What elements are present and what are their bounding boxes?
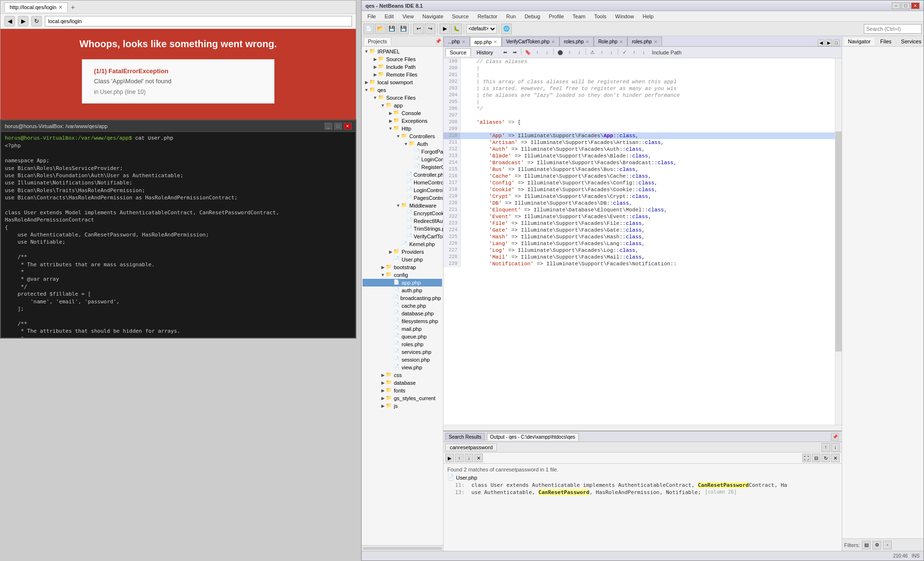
next-breakpoint-icon[interactable]: ↓ [575, 48, 584, 57]
close-icon[interactable]: ✕ [654, 39, 658, 44]
expander-icon[interactable]: ▶ [380, 403, 386, 409]
menu-view[interactable]: View [399, 13, 418, 20]
expander-icon[interactable]: ▼ [364, 87, 369, 93]
menu-source[interactable]: Source [448, 13, 473, 20]
browser-tab-close-icon[interactable]: ✕ [58, 4, 63, 11]
tree-database-folder[interactable]: ▶ 📁 database [363, 379, 442, 387]
tab-source[interactable]: Source [445, 48, 471, 56]
expander-icon[interactable]: ▶ [372, 64, 378, 70]
tree-verifycarf[interactable]: ▶ 📄 VerifyCarfToken.... [363, 233, 442, 240]
expander-icon[interactable]: ▼ [380, 103, 386, 108]
search-expand-icon[interactable]: ⛶ [802, 454, 811, 462]
tree-kernel[interactable]: ▶ 📄 Kernel.php [363, 240, 442, 248]
filter-btn-2[interactable]: ⚙ [872, 541, 881, 549]
toggle-breakpoint-icon[interactable]: ⬤ [556, 48, 564, 57]
expander-icon[interactable]: ▶ [380, 388, 386, 393]
tree-css[interactable]: ▶ 📁 css [363, 371, 442, 379]
new-project-button[interactable]: 📄 [364, 24, 374, 34]
terminal-close-button[interactable]: ✕ [344, 123, 351, 130]
search-up-icon[interactable]: ↑ [821, 443, 830, 452]
tree-qes[interactable]: ▼ 📁 qes [363, 86, 442, 94]
toggle-error-icon[interactable]: ⚠ [588, 48, 597, 57]
tree-middleware[interactable]: ▼ 📁 Middleware [363, 202, 442, 209]
fwd-nav-icon[interactable]: ➡ [510, 48, 519, 57]
toggle-bookmark-icon[interactable]: 🔖 [523, 48, 532, 57]
back-nav-icon[interactable]: ⬅ [501, 48, 509, 57]
tab-app-php[interactable]: app.php ✕ [470, 37, 502, 47]
prev-task-icon[interactable]: ↑ [630, 48, 638, 57]
tab-roles-php-1[interactable]: roles.php ✕ [560, 37, 594, 46]
tree-exceptions[interactable]: ▶ 📁 Exceptions [363, 117, 442, 125]
tree-registercontr[interactable]: ▶ 📄 RegisterContr... [363, 163, 442, 171]
browser-button[interactable]: 🌐 [501, 24, 512, 34]
menu-help[interactable]: Help [639, 13, 658, 20]
terminal-content[interactable]: horus@horus-VirtualBox:/var/www/qes/app$… [1, 132, 355, 338]
tab-roles-php-2[interactable]: roles.php ✕ [627, 37, 662, 46]
next-task-icon[interactable]: ↓ [639, 48, 648, 57]
expander-icon[interactable]: ▶ [372, 72, 378, 78]
ide-restore-button[interactable]: □ [901, 2, 910, 9]
menu-debug[interactable]: Debug [521, 13, 544, 20]
expander-icon[interactable]: ▼ [388, 126, 393, 131]
close-icon[interactable]: ✕ [494, 39, 497, 44]
menu-file[interactable]: File [364, 13, 380, 20]
new-tab-button[interactable]: + [71, 3, 75, 11]
prev-bookmark-icon[interactable]: ↑ [533, 48, 542, 57]
menu-navigate[interactable]: Navigate [418, 13, 447, 20]
expander-icon[interactable]: ▼ [395, 203, 401, 209]
menu-profile[interactable]: Profile [545, 13, 568, 20]
tree-roles-php[interactable]: ▶ 📄 roles.php [363, 340, 442, 348]
search-tool-1[interactable]: ▶ [445, 454, 454, 462]
editor-vscrollbar[interactable] [835, 58, 842, 425]
close-icon[interactable]: ✕ [586, 39, 589, 44]
ide-search-input[interactable] [864, 24, 922, 34]
tab-verifycarftoken[interactable]: VerifyCarfToken.php ✕ [502, 37, 560, 46]
tab-search-results[interactable]: Search Results [445, 433, 485, 441]
save-all-button[interactable]: 💾 [398, 24, 409, 34]
ide-close-button[interactable]: ✕ [911, 2, 920, 9]
tab-output[interactable]: Output - qes - C:\dev\xampp\htdocs\qes [487, 433, 579, 441]
terminal-minimize-button[interactable]: _ [325, 123, 332, 130]
prev-breakpoint-icon[interactable]: ↑ [565, 48, 574, 57]
filter-btn-1[interactable]: ▤ [862, 541, 871, 549]
tree-http[interactable]: ▼ 📁 Http [363, 125, 442, 132]
filter-btn-3[interactable]: ◦ [883, 541, 892, 549]
menu-run[interactable]: Run [502, 13, 520, 20]
tree-controller-php[interactable]: ▶ 📄 Controller.php [363, 171, 442, 179]
tree-controllers[interactable]: ▼ 📁 Controllers [363, 132, 442, 140]
search-result-line-13[interactable]: 13: use Authenticatable, CanResetPasswor… [445, 489, 840, 496]
search-result-file[interactable]: 📄 User.php [445, 473, 840, 482]
tree-mail-php[interactable]: ▶ 📄 mail.php [363, 325, 442, 333]
expander-icon[interactable]: ▼ [395, 133, 401, 139]
debug-button[interactable]: 🐛 [451, 24, 462, 34]
expander-icon[interactable]: ▼ [372, 95, 378, 101]
tree-services-php[interactable]: ▶ 📄 services.php [363, 348, 442, 356]
tree-remote-files[interactable]: ▶ 📁 Remote Files [363, 71, 442, 78]
next-bookmark-icon[interactable]: ↓ [543, 48, 551, 57]
expander-icon[interactable]: ▶ [380, 372, 386, 378]
tree-console[interactable]: ▶ 📁 Console [363, 109, 442, 117]
address-bar[interactable] [45, 16, 352, 26]
tab-role-php[interactable]: Role.php ✕ [594, 37, 627, 46]
maximize-editor-icon[interactable]: □ [833, 39, 840, 46]
expander-icon[interactable]: ▶ [372, 56, 378, 62]
tree-irpanel[interactable]: ▼ 📁 IRPANEL [363, 48, 442, 55]
close-icon[interactable]: ✕ [619, 39, 623, 44]
tree-js[interactable]: ▶ 📁 js [363, 402, 442, 410]
tree-bootstrap[interactable]: ▶ 📁 bootstrap [363, 263, 442, 271]
close-icon[interactable]: ✕ [462, 39, 466, 44]
search-refresh-icon[interactable]: ↻ [821, 454, 830, 462]
tree-logincontrol[interactable]: ▶ 📄 LoginControl... [363, 156, 442, 163]
prev-error-icon[interactable]: ↑ [598, 48, 606, 57]
tree-app[interactable]: ▼ 📁 app [363, 102, 442, 109]
tree-config[interactable]: ▼ 📁 config [363, 271, 442, 279]
terminal-maximize-button[interactable]: □ [334, 123, 342, 130]
open-file-button[interactable]: 📂 [375, 24, 386, 34]
panel-pin-icon[interactable]: 📌 [435, 39, 441, 44]
tab-history[interactable]: History [473, 49, 497, 56]
project-tree[interactable]: ▼ 📁 IRPANEL ▶ 📁 Source Files ▶ 📁 Include… [362, 47, 443, 545]
back-button[interactable]: ◀ [4, 16, 15, 26]
tree-auth[interactable]: ▼ 📁 Auth [363, 140, 442, 148]
tree-homecontroller[interactable]: ▶ 📄 HomeController... [363, 179, 442, 186]
expander-icon[interactable]: ▶ [380, 380, 386, 386]
